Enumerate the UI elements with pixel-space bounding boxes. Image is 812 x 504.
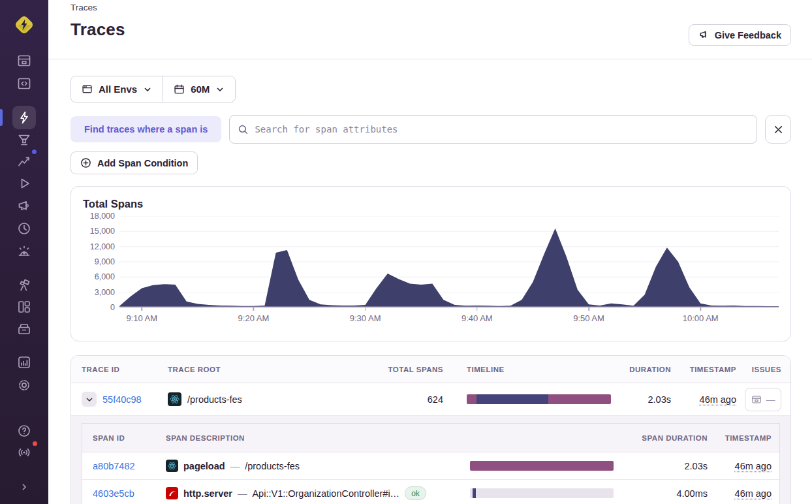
page-title: Traces: [70, 20, 791, 40]
timeline-segment: [467, 394, 476, 404]
sidebar-item-stats[interactable]: [12, 351, 36, 373]
x-tick-label: 9:20 AM: [238, 313, 270, 323]
window-icon: [82, 84, 93, 95]
span-status-badge: ok: [405, 486, 426, 500]
sidebar-item-crons[interactable]: [12, 240, 36, 262]
add-span-condition-button[interactable]: Add Span Condition: [70, 151, 198, 174]
span-op: http.server: [183, 488, 232, 499]
x-tick-label: 9:50 AM: [573, 313, 604, 323]
col-total-spans: Total Spans: [383, 366, 448, 373]
x-tick-mark: [700, 307, 701, 311]
span-search-input[interactable]: [255, 116, 749, 143]
siren-icon: [16, 244, 32, 259]
col-trace-root: Trace Root: [168, 366, 383, 373]
sidebar-item-feedback[interactable]: [12, 195, 36, 217]
span-timestamp[interactable]: 46m ago: [708, 461, 772, 471]
chevron-down-icon: [85, 395, 94, 404]
y-tick-label: 9,000: [95, 257, 115, 266]
col-issues: Issues: [736, 366, 781, 373]
total-spans-plot-svg: [119, 216, 779, 307]
span-duration: 2.03s: [614, 461, 708, 471]
x-axis-labels: 9:10 AM9:20 AM9:30 AM9:40 AM9:50 AM10:00…: [119, 307, 779, 326]
sidebar: [0, 0, 48, 504]
total-spans-chart-card: Total Spans 03,0006,0009,00012,00015,000…: [70, 186, 791, 341]
expand-trace-button[interactable]: [82, 392, 97, 407]
sidebar-item-discover[interactable]: [12, 274, 36, 296]
sidebar-item-explore[interactable]: [12, 106, 36, 129]
sidebar-collapse-button[interactable]: [12, 476, 36, 498]
span-duration: 4.00ms: [614, 488, 708, 499]
line-chart-icon: [16, 153, 32, 169]
x-tick-label: 9:30 AM: [350, 313, 381, 323]
notification-dot-blue: [31, 148, 38, 155]
span-timestamp[interactable]: 46m ago: [708, 488, 772, 499]
issues-icon: [16, 53, 32, 69]
span-id-link[interactable]: a80b7482: [93, 461, 135, 471]
sidebar-item-replays[interactable]: [12, 172, 36, 195]
page-header: Traces Traces Give Feedback: [48, 0, 812, 59]
help-icon: [16, 423, 32, 439]
timeline-segment: [548, 394, 611, 404]
sidebar-item-archive[interactable]: [12, 318, 36, 340]
traces-table: Trace ID Trace Root Total Spans Timeline…: [70, 355, 791, 504]
calendar-icon: [174, 84, 185, 95]
x-tick-mark: [141, 307, 142, 311]
col-span-timestamp: Timestamp: [708, 434, 772, 442]
y-tick-label: 15,000: [90, 227, 115, 236]
x-tick-mark: [476, 307, 478, 311]
sidebar-item-issues[interactable]: [12, 50, 36, 72]
react-project-icon: [168, 392, 181, 406]
span-search-box[interactable]: [229, 115, 757, 144]
span-op: pageload: [183, 461, 225, 471]
sidebar-item-settings[interactable]: [12, 374, 36, 396]
total-spans-plot[interactable]: [119, 216, 779, 307]
filter-bar: All Envs 60M: [70, 76, 791, 102]
broadcast-icon: [16, 445, 32, 460]
col-timestamp: Timestamp: [671, 366, 736, 373]
span-row: 4603e5cb http.server — Api::V1::Organiza…: [82, 480, 779, 504]
sidebar-item-projects[interactable]: [12, 72, 36, 95]
give-feedback-button[interactable]: Give Feedback: [689, 24, 791, 46]
trace-issues-pill[interactable]: —: [745, 388, 781, 411]
gear-icon: [16, 377, 32, 393]
trace-duration: 2.03s: [611, 394, 671, 405]
environment-filter-label: All Envs: [99, 84, 137, 95]
y-tick-label: 18,000: [90, 212, 115, 221]
sentry-logo-icon[interactable]: [12, 13, 36, 37]
span-table-header: Span ID Span Description Span Duration T…: [82, 424, 779, 452]
megaphone-icon: [16, 198, 32, 214]
clear-condition-button[interactable]: [765, 115, 791, 144]
search-icon: [238, 124, 249, 135]
trace-id-link[interactable]: 55f40c98: [102, 394, 142, 405]
environment-filter-button[interactable]: All Envs: [71, 76, 163, 102]
give-feedback-label: Give Feedback: [715, 30, 781, 40]
sidebar-item-performance[interactable]: [12, 150, 36, 172]
condition-chip: Find traces where a span is: [70, 116, 221, 142]
span-timeline-bar: [470, 488, 614, 498]
main-content: Traces Traces Give Feedback All Envs: [48, 0, 812, 504]
timeline-segment: [473, 488, 476, 498]
x-tick-mark: [588, 307, 589, 311]
y-axis-labels: 03,0006,0009,00012,00015,00018,000: [83, 216, 119, 307]
span-id-link[interactable]: 4603e5cb: [93, 488, 134, 499]
sidebar-active-indicator: [0, 109, 3, 126]
span-condition-row: Find traces where a span is: [70, 115, 791, 144]
span-description: Api::V1::OrganizationController#i…: [252, 488, 399, 499]
sidebar-item-insights[interactable]: [12, 129, 36, 151]
sidebar-item-releases[interactable]: [12, 217, 36, 240]
breadcrumb[interactable]: Traces: [70, 0, 791, 12]
trace-timeline-bar: [467, 394, 611, 404]
trace-timestamp[interactable]: 46m ago: [671, 394, 736, 405]
trace-expanded-section: Span ID Span Description Span Duration T…: [71, 415, 790, 504]
chevron-right-icon: [18, 480, 31, 494]
timeline-segment: [470, 461, 614, 471]
trace-total-spans: 624: [383, 394, 448, 405]
sidebar-item-whats-new[interactable]: [12, 441, 36, 464]
y-tick-label: 12,000: [90, 242, 115, 251]
x-tick-label: 9:10 AM: [126, 313, 157, 323]
sidebar-item-help[interactable]: [12, 420, 36, 442]
time-range-filter-button[interactable]: 60M: [163, 76, 235, 102]
trace-root-name: /products-fes: [187, 394, 242, 405]
sidebar-item-dashboards[interactable]: [12, 296, 36, 318]
x-tick-label: 10:00 AM: [683, 313, 719, 323]
